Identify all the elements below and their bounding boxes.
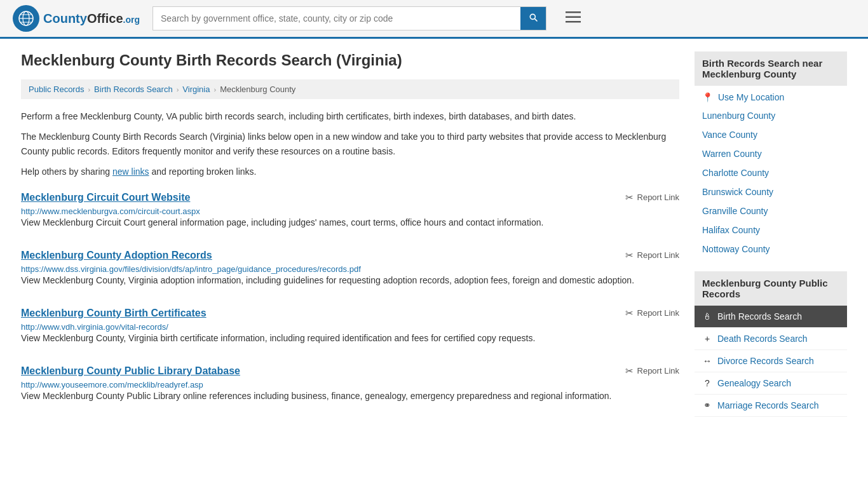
result-item: Mecklenburg County Birth Certificates ✂ … (21, 308, 679, 350)
report-icon: ✂ (625, 308, 634, 319)
svg-rect-8 (566, 21, 581, 23)
divorce-icon: ↔ (702, 356, 712, 366)
marriage-icon: ⚭ (702, 400, 712, 410)
result-url[interactable]: https://www.dss.virginia.gov/files/divis… (21, 264, 361, 274)
sidebar-nav-genealogy[interactable]: ? Genealogy Search (695, 372, 847, 395)
result-url[interactable]: http://www.vdh.virginia.gov/vital-record… (21, 322, 168, 332)
sidebar-item-halifax[interactable]: Halifax County (695, 220, 847, 240)
sidebar-nav-birth-records[interactable]: 🕯 Birth Records Search (695, 306, 847, 328)
result-item: Mecklenburg Circuit Court Website ✂ Repo… (21, 192, 679, 234)
search-bar (153, 6, 546, 30)
report-icon: ✂ (625, 250, 634, 261)
result-title[interactable]: Mecklenburg Circuit Court Website (21, 192, 190, 203)
new-links[interactable]: new links (112, 166, 149, 177)
sidebar-item-vance[interactable]: Vance County (695, 125, 847, 144)
sidebar-nav-section: Mecklenburg County Public Records 🕯 Birt… (695, 271, 847, 417)
sidebar-nearby-heading: Birth Records Search near Mecklenburg Co… (695, 51, 847, 86)
breadcrumb-birth-records[interactable]: Birth Records Search (94, 85, 173, 94)
report-icon: ✂ (625, 365, 634, 377)
svg-rect-6 (566, 11, 581, 13)
page-title: Mecklenburg County Birth Records Search … (21, 51, 679, 69)
result-title[interactable]: Mecklenburg County Public Library Databa… (21, 365, 240, 377)
breadcrumb-current: Mecklenburg County (220, 85, 295, 94)
genealogy-icon: ? (702, 378, 712, 388)
result-desc: View Mecklenburg County Public Library o… (21, 390, 679, 403)
logo-area: CountyOffice.org (13, 5, 140, 32)
sidebar-item-nottoway[interactable]: Nottoway County (695, 240, 847, 259)
result-desc: View Mecklenburg County, Virginia adopti… (21, 274, 679, 287)
logo-org: .org (123, 15, 140, 25)
content-wrapper: Mecklenburg County Birth Records Search … (8, 39, 860, 436)
report-link[interactable]: ✂ Report Link (625, 192, 679, 203)
sidebar-item-charlotte[interactable]: Charlotte County (695, 163, 847, 182)
logo-icon (13, 5, 39, 32)
sidebar-item-warren[interactable]: Warren County (695, 144, 847, 163)
search-button[interactable] (520, 7, 546, 30)
description-1: Perform a free Mecklenburg County, VA pu… (21, 109, 679, 123)
sidebar-item-brunswick[interactable]: Brunswick County (695, 182, 847, 201)
main-content: Mecklenburg County Birth Records Search … (21, 51, 679, 423)
sidebar-item-lunenburg[interactable]: Lunenburg County (695, 106, 847, 125)
pin-icon: 📍 (702, 92, 713, 102)
svg-rect-7 (566, 17, 581, 18)
result-url[interactable]: http://www.youseemore.com/mecklib/readyr… (21, 380, 203, 390)
search-input[interactable] (153, 8, 520, 29)
birth-icon: 🕯 (702, 311, 712, 322)
report-link[interactable]: ✂ Report Link (625, 250, 679, 261)
site-header: CountyOffice.org (0, 0, 868, 39)
sidebar-public-records-heading: Mecklenburg County Public Records (695, 271, 847, 306)
breadcrumb-public-records[interactable]: Public Records (29, 85, 84, 94)
logo-name: CountyOffice.org (43, 11, 140, 26)
result-desc: View Mecklenburg County, Virginia birth … (21, 332, 679, 345)
description-2: The Mecklenburg County Birth Records Sea… (21, 130, 679, 158)
use-location[interactable]: 📍 Use My Location (695, 86, 847, 106)
result-item: Mecklenburg County Public Library Databa… (21, 365, 679, 408)
sidebar-nav-death-records[interactable]: + Death Records Search (695, 328, 847, 350)
result-title[interactable]: Mecklenburg County Adoption Records (21, 250, 212, 261)
hamburger-icon[interactable] (566, 10, 581, 27)
result-desc: View Mecklenburg Circuit Court general i… (21, 216, 679, 229)
report-link[interactable]: ✂ Report Link (625, 308, 679, 319)
report-icon: ✂ (625, 192, 634, 203)
breadcrumb: Public Records › Birth Records Search › … (21, 79, 679, 99)
sidebar-nearby-section: Birth Records Search near Mecklenburg Co… (695, 51, 847, 259)
sidebar-nav-marriage-records[interactable]: ⚭ Marriage Records Search (695, 395, 847, 417)
sidebar: Birth Records Search near Mecklenburg Co… (695, 51, 847, 423)
breadcrumb-virginia[interactable]: Virginia (182, 85, 210, 94)
help-text: Help others by sharing new links and rep… (21, 165, 679, 179)
death-icon: + (702, 334, 712, 344)
result-item: Mecklenburg County Adoption Records ✂ Re… (21, 250, 679, 292)
result-url[interactable]: http://www.mecklenburgva.com/circuit-cou… (21, 207, 200, 216)
report-link[interactable]: ✂ Report Link (625, 365, 679, 377)
sidebar-nav-divorce-records[interactable]: ↔ Divorce Records Search (695, 350, 847, 372)
sidebar-item-granville[interactable]: Granville County (695, 201, 847, 220)
result-title[interactable]: Mecklenburg County Birth Certificates (21, 308, 207, 319)
